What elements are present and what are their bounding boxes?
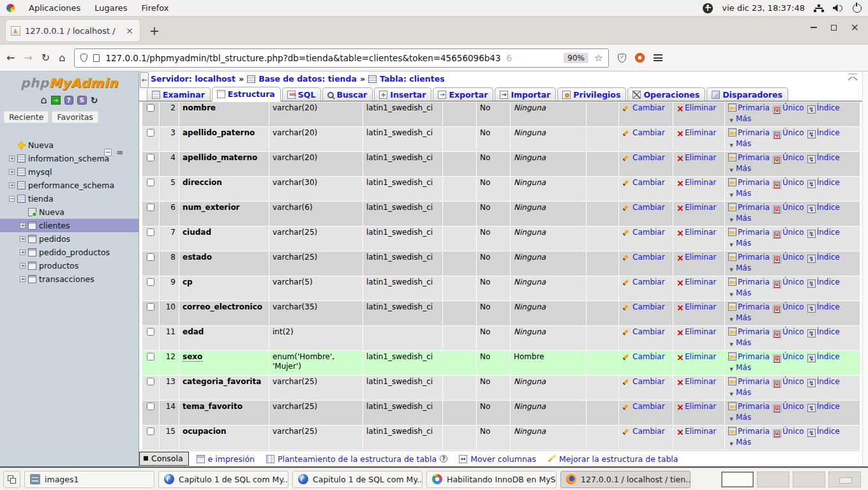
unique-link[interactable]: Único (782, 352, 804, 361)
drop-column-link[interactable]: Eliminar (685, 352, 716, 361)
primary-key-link[interactable]: Primaria (738, 327, 770, 336)
home-icon[interactable]: ⌂ (41, 95, 47, 105)
bookmark-star-icon[interactable]: ☆ (594, 52, 602, 64)
tree-expander[interactable] (9, 182, 15, 188)
primary-key-link[interactable]: Primaria (738, 402, 770, 411)
favorite-tables-button[interactable]: Favoritas (52, 111, 98, 123)
primary-key-link[interactable]: Primaria (738, 228, 770, 237)
change-column-link[interactable]: Cambiar (632, 203, 665, 212)
collapse-navigation-button[interactable]: ← (140, 72, 149, 88)
primary-key-link[interactable]: Primaria (738, 352, 770, 361)
pma-tab[interactable]: Privilegios (557, 87, 626, 101)
primary-key-link[interactable]: Primaria (738, 178, 770, 187)
clock[interactable]: vie dic 23, 18:37:48 (722, 3, 805, 13)
change-column-link[interactable]: Cambiar (632, 302, 665, 311)
browser-tab[interactable]: 127.0.0.1 / localhost / × (5, 19, 140, 42)
more-link[interactable]: Más (736, 363, 751, 372)
drop-column-link[interactable]: Eliminar (685, 103, 716, 112)
unique-link[interactable]: Único (782, 253, 804, 262)
primary-key-link[interactable]: Primaria (738, 103, 770, 112)
window-close-button[interactable]: × (851, 24, 859, 31)
tree-item[interactable]: Nueva (0, 205, 138, 219)
refresh-icon[interactable]: ↻ (91, 95, 98, 105)
index-link[interactable]: Índice (817, 228, 840, 237)
tree-item[interactable]: transacciones (0, 272, 138, 286)
workspace-box[interactable] (793, 471, 825, 487)
pma-tab[interactable]: Operaciones (627, 87, 705, 101)
drop-column-link[interactable]: Eliminar (685, 302, 716, 311)
unique-link[interactable]: Único (782, 203, 804, 212)
structure-footer-link[interactable]: e impresión (208, 454, 255, 464)
unique-link[interactable]: Único (782, 402, 804, 411)
more-link[interactable]: Más (736, 313, 751, 322)
change-column-link[interactable]: Cambiar (632, 402, 665, 411)
workspace-box[interactable] (757, 471, 789, 487)
tree-expander[interactable] (20, 249, 26, 255)
unique-link[interactable]: Único (782, 178, 804, 187)
more-link[interactable]: Más (736, 264, 751, 272)
show-desktop-button[interactable] (3, 471, 20, 488)
row-checkbox[interactable] (147, 104, 154, 112)
help-icon[interactable] (64, 96, 73, 105)
tracking-shield-icon[interactable] (80, 54, 87, 62)
index-link[interactable]: Índice (817, 128, 840, 137)
structure-footer-link[interactable]: Mejorar la estructura de tabla (559, 454, 678, 464)
sql-window-icon[interactable] (77, 96, 87, 105)
drop-column-link[interactable]: Eliminar (685, 228, 716, 237)
more-link[interactable]: Más (736, 388, 751, 397)
recent-tables-button[interactable]: Reciente (4, 111, 49, 123)
index-link[interactable]: Índice (817, 203, 840, 212)
reload-button[interactable]: ↻ (41, 52, 50, 64)
taskbar-window-button[interactable]: images1 (24, 471, 154, 488)
menu-firefox[interactable]: Firefox (142, 3, 169, 13)
more-link[interactable]: Más (736, 338, 751, 347)
url-bar[interactable]: 127.0.0.1/phpmyadmin/tbl_structure.php?d… (74, 48, 609, 68)
row-checkbox[interactable] (147, 253, 154, 261)
row-checkbox[interactable] (147, 228, 154, 236)
unique-link[interactable]: Único (782, 377, 804, 386)
workspace-box[interactable] (721, 471, 754, 487)
index-link[interactable]: Índice (817, 302, 840, 311)
drop-column-link[interactable]: Eliminar (685, 278, 716, 286)
tree-expander[interactable] (20, 236, 26, 242)
window-minimize-button[interactable] (811, 27, 817, 28)
primary-key-link[interactable]: Primaria (738, 302, 770, 311)
pma-tab[interactable]: Disparadores (707, 87, 788, 101)
pma-tab[interactable]: SQL (282, 87, 322, 101)
more-link[interactable]: Más (736, 214, 751, 223)
drop-column-link[interactable]: Eliminar (685, 253, 716, 262)
unique-link[interactable]: Único (782, 327, 804, 336)
row-checkbox[interactable] (147, 129, 154, 137)
unique-link[interactable]: Único (782, 103, 804, 112)
drop-column-link[interactable]: Eliminar (685, 203, 716, 212)
more-link[interactable]: Más (736, 189, 751, 198)
drop-column-link[interactable]: Eliminar (685, 427, 716, 436)
index-link[interactable]: Índice (817, 352, 840, 361)
drop-column-link[interactable]: Eliminar (685, 377, 716, 386)
primary-key-link[interactable]: Primaria (738, 153, 770, 162)
breadcrumb-server[interactable]: Servidor: localhost (151, 74, 236, 84)
drop-column-link[interactable]: Eliminar (685, 153, 716, 162)
unique-link[interactable]: Único (782, 427, 804, 436)
help-bubble-icon[interactable] (440, 455, 447, 463)
index-link[interactable]: Índice (817, 377, 840, 386)
row-checkbox[interactable] (147, 303, 154, 311)
tree-item[interactable]: performance_schema (0, 179, 138, 192)
index-link[interactable]: Índice (817, 103, 840, 112)
pma-tab[interactable]: Buscar (322, 87, 373, 101)
change-column-link[interactable]: Cambiar (632, 427, 665, 436)
pma-tab[interactable]: Examinar (147, 87, 211, 101)
structure-footer-link[interactable]: Mover columnas (470, 454, 536, 464)
pma-tab[interactable]: Exportar (433, 87, 493, 101)
more-link[interactable]: Más (736, 288, 751, 297)
more-link[interactable]: Más (736, 114, 751, 123)
pma-tab[interactable]: Estructura (212, 87, 281, 101)
scroll-top-icon[interactable] (848, 73, 857, 80)
menu-aplicaciones[interactable]: Aplicaciones (29, 3, 80, 13)
row-checkbox[interactable] (147, 378, 154, 385)
index-link[interactable]: Índice (817, 178, 840, 187)
zoom-level-badge[interactable]: 90% (564, 53, 588, 63)
more-link[interactable]: Más (736, 413, 751, 422)
volume-icon[interactable] (833, 4, 844, 13)
bookmarks-shield-icon[interactable] (618, 54, 626, 63)
